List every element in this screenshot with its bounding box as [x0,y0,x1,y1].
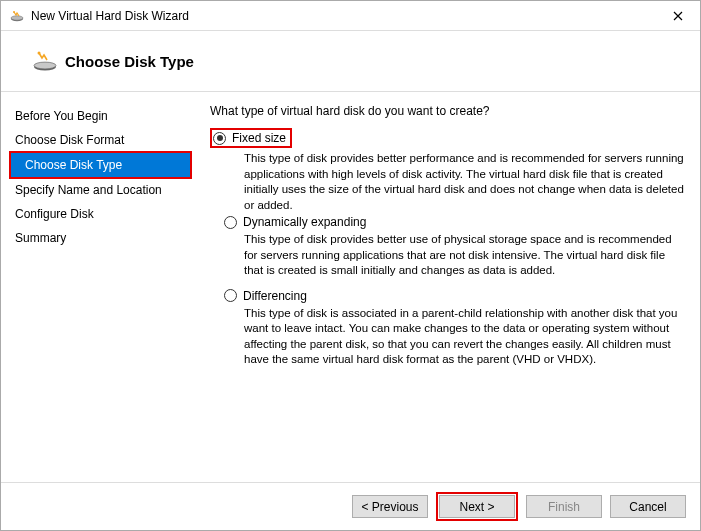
sidebar-item-before-you-begin[interactable]: Before You Begin [1,104,196,128]
question-text: What type of virtual hard disk do you wa… [210,104,686,118]
svg-point-2 [13,11,15,13]
option-dynamically-expanding[interactable]: Dynamically expanding This type of disk … [210,215,686,279]
radio-fixed-size[interactable] [213,132,226,145]
previous-button[interactable]: < Previous [352,495,428,518]
header-disk-icon [25,49,65,73]
svg-point-4 [34,62,56,69]
sidebar-item-specify-name-location[interactable]: Specify Name and Location [1,178,196,202]
radio-differencing[interactable] [224,289,237,302]
finish-button[interactable]: Finish [526,495,602,518]
svg-point-5 [38,52,41,55]
wizard-disk-icon [9,8,25,24]
radio-dynamically-expanding[interactable] [224,216,237,229]
wizard-footer: < Previous Next > Finish Cancel [1,482,700,530]
sidebar-item-label: Choose Disk Type [25,158,122,172]
sidebar-item-choose-disk-type[interactable]: Choose Disk Type [11,153,190,177]
option-fixed-size[interactable]: Fixed size This type of disk provides be… [210,128,686,213]
wizard-header: Choose Disk Type [1,31,700,92]
option-differencing[interactable]: Differencing This type of disk is associ… [210,289,686,368]
titlebar: New Virtual Hard Disk Wizard [1,1,700,31]
page-title: Choose Disk Type [65,53,194,70]
option-description: This type of disk provides better perfor… [210,148,686,213]
option-label: Dynamically expanding [243,215,366,229]
wizard-main: What type of virtual hard disk do you wa… [196,104,700,482]
wizard-steps-sidebar: Before You Begin Choose Disk Format Choo… [1,104,196,482]
svg-point-1 [11,15,23,19]
sidebar-item-label: Choose Disk Format [15,133,124,147]
wizard-body: Before You Begin Choose Disk Format Choo… [1,92,700,482]
sidebar-item-configure-disk[interactable]: Configure Disk [1,202,196,226]
sidebar-item-label: Specify Name and Location [15,183,162,197]
sidebar-item-summary[interactable]: Summary [1,226,196,250]
window-title: New Virtual Hard Disk Wizard [31,9,655,23]
sidebar-item-label: Configure Disk [15,207,94,221]
cancel-button[interactable]: Cancel [610,495,686,518]
sidebar-item-label: Before You Begin [15,109,108,123]
sidebar-item-label: Summary [15,231,66,245]
next-button[interactable]: Next > [439,495,515,518]
sidebar-item-choose-disk-format[interactable]: Choose Disk Format [1,128,196,152]
option-label: Fixed size [232,131,286,145]
option-description: This type of disk is associated in a par… [210,303,686,368]
option-description: This type of disk provides better use of… [210,229,686,279]
close-button[interactable] [655,1,700,31]
option-label: Differencing [243,289,307,303]
